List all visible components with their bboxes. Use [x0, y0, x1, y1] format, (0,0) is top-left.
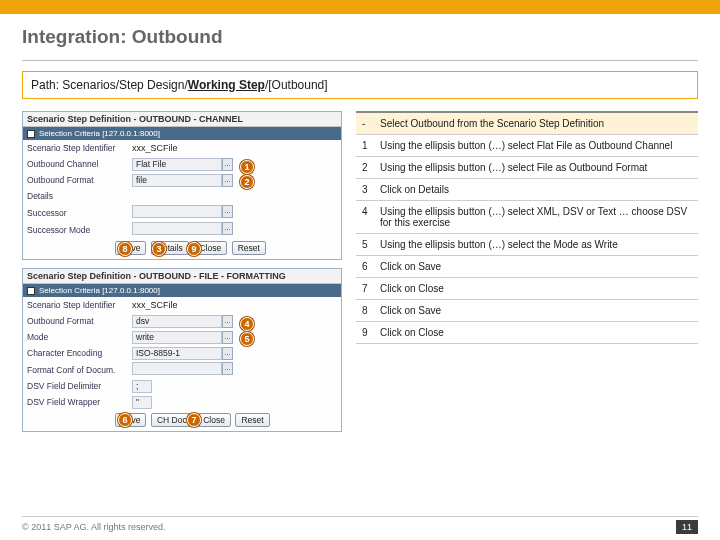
input-format[interactable]: file: [132, 174, 222, 187]
callout-4: 4: [240, 317, 254, 331]
callout-6: 6: [118, 413, 132, 427]
reset-button-2[interactable]: Reset: [235, 413, 269, 427]
step-num: 2: [356, 157, 374, 179]
actions-row-2: Save CH Doc Close Reset: [23, 410, 341, 431]
step-text: Using the ellipsis button (…) select Fil…: [374, 157, 698, 179]
copyright: © 2011 SAP AG. All rights reserved.: [22, 522, 166, 532]
panel-channel-title: Scenario Step Definition - OUTBOUND - CH…: [23, 112, 341, 127]
step-num: 4: [356, 201, 374, 234]
callout-2: 2: [240, 175, 254, 189]
close-button-2[interactable]: Close: [197, 413, 231, 427]
actions-row-1: Save Details Close Reset: [23, 238, 341, 259]
table-row: 7Click on Close: [356, 278, 698, 300]
table-row: 3Click on Details: [356, 179, 698, 201]
ellipsis-succmode[interactable]: …: [222, 222, 233, 235]
input-dsvdelim[interactable]: ;: [132, 380, 152, 393]
accent-bar: [0, 0, 720, 14]
path-strong: Working Step: [188, 78, 265, 92]
selection-criteria-text-2: Selection Criteria [127.0.0.1:8000]: [39, 286, 160, 295]
callout-7: 7: [187, 413, 201, 427]
callout-8: 8: [118, 242, 132, 256]
table-row: 4Using the ellipsis button (…) select XM…: [356, 201, 698, 234]
selection-criteria-text: Selection Criteria [127.0.0.1:8000]: [39, 129, 160, 138]
lbl-format: Outbound Format: [27, 175, 132, 185]
path-box: Path: Scenarios/Step Design/Working Step…: [22, 71, 698, 99]
val-identifier: xxx_SCFile: [132, 143, 337, 153]
lbl-charenc: Character Encoding: [27, 348, 132, 358]
ellipsis-successor[interactable]: …: [222, 205, 233, 218]
page-title: Integration: Outbound: [22, 26, 698, 48]
step-num: 7: [356, 278, 374, 300]
path-prefix: Path: Scenarios/Step Design/: [31, 78, 188, 92]
ellipsis-format[interactable]: …: [222, 174, 233, 187]
step-text: Click on Save: [374, 256, 698, 278]
path-suffix: /[Outbound]: [265, 78, 328, 92]
table-row: 5Using the ellipsis button (…) select th…: [356, 234, 698, 256]
step-text: Click on Save: [374, 300, 698, 322]
callout-1: 1: [240, 160, 254, 174]
instruction-table: -Select Outbound from the Scenario Step …: [356, 111, 698, 344]
step-text: Click on Close: [374, 278, 698, 300]
lbl-identifier2: Scenario Step Identifier: [27, 300, 132, 310]
step-text: Using the ellipsis button (…) select Fla…: [374, 135, 698, 157]
step-num: 8: [356, 300, 374, 322]
lbl-formconf: Format Conf of Docum.: [27, 365, 132, 375]
callout-5: 5: [240, 332, 254, 346]
lbl-successor: Successor: [27, 208, 132, 218]
table-row: 2Using the ellipsis button (…) select Fi…: [356, 157, 698, 179]
lbl-format2: Outbound Format: [27, 316, 132, 326]
step-text: Using the ellipsis button (…) select the…: [374, 234, 698, 256]
input-successor[interactable]: [132, 205, 222, 218]
page-number: 11: [676, 520, 698, 534]
ellipsis-format2[interactable]: …: [222, 315, 233, 328]
ellipsis-charenc[interactable]: …: [222, 347, 233, 360]
divider: [22, 60, 698, 61]
input-format2[interactable]: dsv: [132, 315, 222, 328]
panel-formatting-title: Scenario Step Definition - OUTBOUND - FI…: [23, 269, 341, 284]
reset-button-1[interactable]: Reset: [232, 241, 266, 255]
lbl-dsvdelim: DSV Field Delimiter: [27, 381, 132, 391]
val-identifier2: xxx_SCFile: [132, 300, 337, 310]
footer: © 2011 SAP AG. All rights reserved. 11: [22, 516, 698, 534]
collapse-icon[interactable]: [27, 130, 35, 138]
step-text: Select Outbound from the Scenario Step D…: [374, 112, 698, 135]
step-text: Click on Details: [374, 179, 698, 201]
lbl-identifier: Scenario Step Identifier: [27, 143, 132, 153]
table-row: -Select Outbound from the Scenario Step …: [356, 112, 698, 135]
screenshot-column: Scenario Step Definition - OUTBOUND - CH…: [22, 111, 342, 440]
lbl-details: Details: [27, 191, 132, 201]
step-num: 9: [356, 322, 374, 344]
input-succmode[interactable]: [132, 222, 222, 235]
input-charenc[interactable]: ISO-8859-1: [132, 347, 222, 360]
lbl-mode2: Mode: [27, 332, 132, 342]
table-row: 1Using the ellipsis button (…) select Fl…: [356, 135, 698, 157]
step-num: 6: [356, 256, 374, 278]
callout-3: 3: [152, 242, 166, 256]
input-mode2[interactable]: write: [132, 331, 222, 344]
lbl-dsvwrap: DSV Field Wrapper: [27, 397, 132, 407]
input-formconf[interactable]: [132, 362, 222, 375]
input-channel[interactable]: Flat File: [132, 158, 222, 171]
lbl-channel: Outbound Channel: [27, 159, 132, 169]
panel-formatting: Scenario Step Definition - OUTBOUND - FI…: [22, 268, 342, 432]
table-row: 8Click on Save: [356, 300, 698, 322]
ellipsis-channel[interactable]: …: [222, 158, 233, 171]
table-row: 9Click on Close: [356, 322, 698, 344]
selection-criteria-bar: Selection Criteria [127.0.0.1:8000]: [23, 127, 341, 140]
table-row: 6Click on Save: [356, 256, 698, 278]
step-num: 1: [356, 135, 374, 157]
panel-channel: Scenario Step Definition - OUTBOUND - CH…: [22, 111, 342, 260]
lbl-succmode: Successor Mode: [27, 225, 132, 235]
input-dsvwrap[interactable]: ": [132, 396, 152, 409]
step-text: Click on Close: [374, 322, 698, 344]
step-num: 3: [356, 179, 374, 201]
collapse-icon-2[interactable]: [27, 287, 35, 295]
step-num: -: [356, 112, 374, 135]
step-num: 5: [356, 234, 374, 256]
ellipsis-formconf[interactable]: …: [222, 362, 233, 375]
step-text: Using the ellipsis button (…) select XML…: [374, 201, 698, 234]
callout-9: 9: [187, 242, 201, 256]
selection-criteria-bar-2: Selection Criteria [127.0.0.1:8000]: [23, 284, 341, 297]
ellipsis-mode2[interactable]: …: [222, 331, 233, 344]
